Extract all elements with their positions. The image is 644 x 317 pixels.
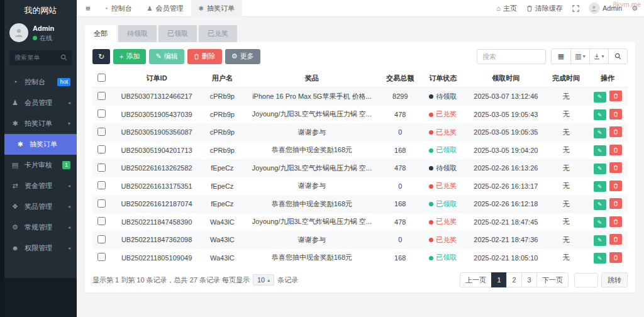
- search-icon: [614, 53, 621, 60]
- edit-button[interactable]: ✎编辑: [149, 49, 184, 64]
- row-delete-button[interactable]: [609, 216, 622, 227]
- row-select-cell: [92, 231, 111, 249]
- table-card: ↻ +添加 ✎编辑 删除 ⚙更多 ▦ ▥▾: [85, 42, 635, 292]
- username: Wa43lC: [202, 213, 242, 231]
- table-search-input[interactable]: [477, 49, 546, 64]
- row-edit-button[interactable]: ✎: [594, 235, 606, 246]
- navtab-lottery-orders[interactable]: ✱ 抽奖订单: [191, 0, 242, 17]
- amount: 0: [382, 123, 419, 142]
- refresh-button[interactable]: ↻: [92, 49, 110, 64]
- fullscreen-icon[interactable]: [572, 5, 579, 12]
- tab-pending[interactable]: 待领取: [118, 25, 157, 42]
- columns-dropdown[interactable]: ▥▾: [570, 49, 589, 64]
- clear-cache-link[interactable]: 清除缓存: [526, 4, 563, 13]
- row-delete-button[interactable]: [609, 252, 622, 263]
- row-checkbox[interactable]: [97, 181, 106, 189]
- row-checkbox[interactable]: [97, 217, 106, 225]
- row-checkbox[interactable]: [97, 199, 106, 208]
- row-delete-button[interactable]: [609, 181, 622, 191]
- hamburger-icon[interactable]: ≡: [79, 4, 97, 13]
- search-button[interactable]: [608, 49, 627, 64]
- select-all-checkbox[interactable]: [97, 74, 106, 82]
- page-size-select[interactable]: 10▴: [253, 274, 274, 286]
- receive-time: 2025-03-05 19:05:43: [467, 106, 545, 124]
- table-row: UB2503051905356087 cPRb9p 谢谢参与 0 已兑奖 202…: [92, 123, 628, 142]
- row-edit-button[interactable]: ✎: [594, 164, 606, 174]
- sidebar-item-prizes[interactable]: ❖ 奖品管理 ◂: [4, 196, 77, 217]
- dashboard-icon: ◔: [104, 5, 108, 12]
- row-edit-button[interactable]: ✎: [594, 217, 606, 228]
- receive-time: 2025-02-26 16:13:17: [467, 177, 545, 196]
- row-edit-button[interactable]: ✎: [594, 199, 606, 210]
- next-page-button[interactable]: 下一页: [536, 272, 569, 287]
- page-button-1[interactable]: 1: [491, 272, 507, 287]
- row-checkbox[interactable]: [97, 145, 106, 153]
- row-edit-button[interactable]: ✎: [594, 253, 606, 264]
- row-edit-button[interactable]: ✎: [594, 92, 606, 103]
- row-delete-button[interactable]: [609, 234, 622, 245]
- row-actions: ✎: [587, 87, 628, 106]
- pencil-icon: ✎: [597, 201, 602, 208]
- col-order-id: 订单ID: [111, 70, 203, 87]
- sidebar-item-auction-orders[interactable]: ✱ 拍奖订单 ▾: [4, 113, 77, 134]
- row-checkbox[interactable]: [97, 128, 106, 136]
- row-checkbox[interactable]: [97, 253, 106, 261]
- row-delete-button[interactable]: [609, 109, 622, 120]
- order-id: UB2503051905437039: [111, 106, 203, 124]
- row-checkbox[interactable]: [97, 109, 106, 118]
- tab-received[interactable]: 已领取: [158, 25, 197, 42]
- online-dot-icon: [33, 36, 37, 40]
- tab-all[interactable]: 全部: [85, 25, 116, 42]
- sidebar-item-card-review[interactable]: ▤ 卡片审核 1: [4, 155, 77, 175]
- row-delete-button[interactable]: [609, 91, 622, 101]
- jump-button[interactable]: 跳转: [601, 272, 628, 287]
- pencil-icon: ✎: [597, 112, 602, 118]
- row-checkbox[interactable]: [97, 92, 106, 100]
- row-actions: ✎: [587, 159, 628, 177]
- sidebar-item-members[interactable]: ♟ 会员管理 ◂: [4, 92, 77, 113]
- row-actions: ✎: [587, 123, 628, 142]
- sidebar-item-lottery-orders[interactable]: ✱ 抽奖订单: [4, 134, 77, 155]
- prev-page-button[interactable]: 上一页: [460, 272, 492, 287]
- receive-time: 2025-02-26 16:12:18: [467, 195, 545, 213]
- navtab-members[interactable]: ♟ 会员管理: [140, 0, 191, 17]
- row-delete-button[interactable]: [609, 145, 622, 155]
- row-edit-button[interactable]: ✎: [594, 145, 606, 156]
- page-button-2[interactable]: 2: [506, 272, 522, 287]
- row-checkbox[interactable]: [97, 164, 106, 172]
- row-edit-button[interactable]: ✎: [594, 128, 606, 138]
- export-dropdown[interactable]: ▾: [589, 49, 608, 64]
- home-link[interactable]: ⌂ 主页: [496, 4, 517, 13]
- search-icon[interactable]: [60, 54, 67, 61]
- navtab-dashboard[interactable]: ◔ 控制台: [97, 0, 140, 17]
- delete-button[interactable]: 删除: [187, 49, 222, 64]
- row-delete-button[interactable]: [609, 126, 622, 137]
- avatar[interactable]: [9, 23, 28, 42]
- sidebar-edge-strip: [0, 0, 4, 317]
- sidebar-item-funds[interactable]: ⇄ 资金管理 ◂: [4, 175, 77, 196]
- table-row: UB2503071312466217 cPRb9p iPhone 16 Pro …: [92, 87, 628, 106]
- page-button-3[interactable]: 3: [521, 272, 537, 287]
- gift-icon: ❖: [11, 203, 19, 211]
- row-edit-button[interactable]: ✎: [594, 109, 606, 120]
- add-button[interactable]: +添加: [113, 49, 146, 64]
- finish-time: 无: [545, 123, 587, 142]
- pencil-icon: ✎: [597, 130, 602, 136]
- finish-time: 无: [545, 213, 587, 231]
- sidebar-item-general[interactable]: ⚙ 常规管理 ◂: [4, 217, 77, 238]
- row-select-cell: [92, 213, 111, 231]
- toggle-view-icon[interactable]: ▦: [552, 49, 570, 64]
- receive-time: 2025-02-21 18:05:10: [467, 249, 545, 267]
- row-delete-button[interactable]: [609, 162, 622, 173]
- prize: Joyoung/九阳3L空气炸锅电压力锅 空...: [242, 213, 381, 231]
- sidebar-item-permissions[interactable]: ☻ 权限管理 ◂: [4, 238, 77, 259]
- row-actions: ✎: [587, 177, 628, 196]
- row-delete-button[interactable]: [609, 198, 622, 209]
- row-edit-button[interactable]: ✎: [594, 181, 606, 192]
- row-checkbox[interactable]: [97, 235, 106, 243]
- jump-page-input[interactable]: [574, 273, 598, 287]
- transfer-icon: ⇄: [11, 182, 19, 190]
- sidebar-item-dashboard[interactable]: ◔ 控制台 hot: [4, 72, 77, 92]
- more-button[interactable]: ⚙更多: [225, 49, 260, 64]
- tab-redeemed[interactable]: 已兑奖: [199, 25, 237, 42]
